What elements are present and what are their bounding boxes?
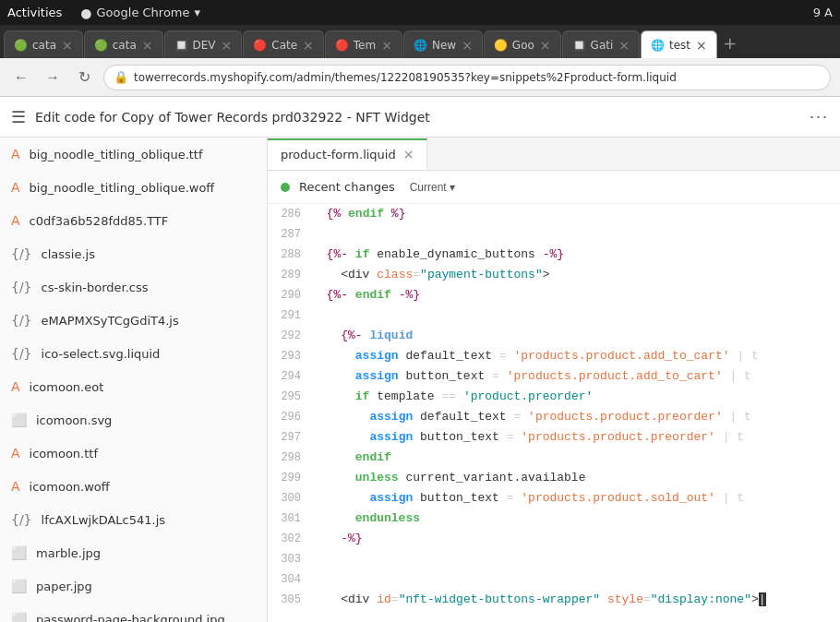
sidebar-item-14[interactable]: ⬜ password-page-background.jpg — [0, 603, 267, 622]
editor-area: product-form.liquid × Recent changes Cur… — [268, 138, 840, 622]
more-options-button[interactable]: ··· — [810, 107, 829, 126]
chevron-down-icon: ▾ — [450, 181, 455, 194]
tab-close-icon[interactable]: × — [696, 39, 707, 52]
font-file-icon: A — [11, 446, 20, 461]
sidebar-item-2[interactable]: A c0df3a6b528fdd85.TTF — [0, 204, 267, 237]
code-line-298: 298 endif — [268, 448, 840, 468]
font-file-icon: A — [11, 479, 20, 494]
line-content: unless current_variant.available — [312, 468, 840, 488]
main-layout: A big_noodle_titling_oblique.ttf A big_n… — [0, 138, 840, 622]
browser-tab-test[interactable]: 🌐 test × — [641, 30, 717, 58]
file-label: icomoon.ttf — [30, 447, 98, 461]
sidebar-item-9[interactable]: A icomoon.ttf — [0, 437, 267, 470]
browser-tab-cata1[interactable]: 🟢 cata × — [4, 30, 83, 58]
tab-close-icon[interactable]: × — [381, 39, 392, 52]
browser-tab-cate[interactable]: 🔴 Cate × — [243, 30, 324, 58]
tab-label: cata — [113, 39, 137, 52]
file-label: classie.js — [42, 247, 95, 261]
editor-tab-product-form[interactable]: product-form.liquid × — [268, 138, 427, 170]
editor-tab-strip: product-form.liquid × — [268, 138, 840, 171]
code-file-icon: {/} — [11, 313, 32, 328]
tab-favicon: 🌐 — [651, 39, 664, 52]
sidebar-item-12[interactable]: ⬜ marble.jpg — [0, 536, 267, 569]
code-file-icon: {/} — [11, 512, 32, 527]
code-line-300: 300 assign button_text = 'products.produ… — [268, 488, 840, 508]
line-number: 303 — [268, 549, 312, 569]
tab-favicon: 🔴 — [335, 39, 348, 52]
sidebar-item-13[interactable]: ⬜ paper.jpg — [0, 569, 267, 603]
code-editor[interactable]: 286 {% endif %} 287 288 {%- if enable_dy… — [268, 204, 840, 622]
file-label: password-page-background.jpg — [36, 613, 225, 623]
line-content — [312, 549, 840, 569]
sidebar-item-10[interactable]: A icomoon.woff — [0, 470, 267, 503]
line-content: assign button_text = 'products.product.p… — [312, 427, 840, 448]
tab-label: New — [432, 39, 456, 52]
recent-changes-label: Recent changes — [299, 180, 395, 194]
tab-close-icon[interactable]: × — [540, 39, 551, 52]
editor-tab-close-icon[interactable]: × — [403, 147, 414, 161]
code-line-294: 294 assign button_text = 'products.produ… — [268, 366, 840, 387]
line-content: endunless — [312, 508, 840, 529]
line-content: -%} — [312, 529, 840, 549]
sidebar-item-4[interactable]: {/} cs-skin-border.css — [0, 270, 267, 304]
sidebar-item-11[interactable]: {/} lfcAXLwjkDALc541.js — [0, 503, 267, 536]
browser-tab-dev[interactable]: 🔲 DEV × — [164, 30, 243, 58]
sidebar-item-3[interactable]: {/} classie.js — [0, 237, 267, 270]
code-line-301: 301 endunless — [268, 508, 840, 529]
browser-tab-gati[interactable]: 🔲 Gati × — [562, 30, 640, 58]
code-line-296: 296 assign default_text = 'products.prod… — [268, 407, 840, 427]
code-line-302: 302 -%} — [268, 529, 840, 549]
tab-close-icon[interactable]: × — [62, 39, 73, 52]
tab-close-icon[interactable]: × — [222, 39, 233, 52]
browser-tab-goo[interactable]: 🟡 Goo × — [484, 30, 561, 58]
tab-label: Goo — [512, 39, 534, 52]
url-bar[interactable]: 🔒 towerrecords.myshopify.com/admin/theme… — [103, 65, 831, 90]
current-dropdown-button[interactable]: Current ▾ — [404, 179, 461, 196]
line-content: {% endif %} — [312, 204, 840, 224]
chrome-chevron: ▾ — [195, 6, 201, 19]
top-bar: Activities ● Google Chrome ▾ 9 A — [0, 0, 840, 25]
file-label: icomoon.svg — [36, 413, 112, 427]
sidebar-item-1[interactable]: A big_noodle_titling_oblique.woff — [0, 171, 267, 204]
file-label: ico-select.svg.liquid — [42, 347, 161, 361]
sidebar-item-0[interactable]: A big_noodle_titling_oblique.ttf — [0, 138, 267, 171]
line-number: 300 — [268, 488, 312, 508]
tab-favicon: 🔴 — [253, 39, 266, 52]
code-line-299: 299 unless current_variant.available — [268, 468, 840, 488]
editor-tab-label: product-form.liquid — [281, 148, 396, 161]
forward-button[interactable]: → — [41, 66, 65, 90]
file-label: marble.jpg — [36, 546, 101, 560]
sidebar-item-8[interactable]: ⬜ icomoon.svg — [0, 403, 267, 437]
tab-favicon: 🌐 — [414, 39, 426, 52]
code-line-293: 293 assign default_text = 'products.prod… — [268, 346, 840, 366]
tab-close-icon[interactable]: × — [303, 39, 314, 52]
line-content: assign default_text = 'products.product.… — [312, 407, 840, 427]
back-button[interactable]: ← — [9, 66, 33, 90]
activities-label[interactable]: Activities — [7, 6, 62, 19]
line-number: 294 — [268, 366, 312, 387]
sidebar-item-7[interactable]: A icomoon.eot — [0, 370, 267, 403]
tab-close-icon[interactable]: × — [618, 39, 630, 52]
file-label: lfcAXLwjkDALc541.js — [42, 513, 166, 527]
browser-tab-tem[interactable]: 🔴 Tem × — [325, 30, 402, 58]
tab-close-icon[interactable]: × — [142, 39, 153, 52]
line-content: assign default_text = 'products.product.… — [312, 346, 840, 366]
sidebar-toggle-button[interactable]: ☰ — [11, 107, 26, 127]
code-line-304: 304 — [268, 569, 840, 590]
browser-tab-new[interactable]: 🌐 New × — [403, 30, 483, 58]
line-number: 293 — [268, 346, 312, 366]
sidebar-item-6[interactable]: {/} ico-select.svg.liquid — [0, 337, 267, 370]
tab-close-icon[interactable]: × — [462, 39, 473, 52]
sidebar-item-5[interactable]: {/} eMAPMXSyTCgGdiT4.js — [0, 304, 267, 337]
chrome-area: ● Google Chrome ▾ — [80, 6, 200, 20]
line-content: {%- liquid — [312, 326, 840, 346]
line-number: 295 — [268, 387, 312, 407]
image-file-icon: ⬜ — [11, 612, 27, 622]
chrome-icon: ● — [80, 6, 91, 20]
image-file-icon: ⬜ — [11, 579, 27, 593]
reload-button[interactable]: ↻ — [72, 66, 96, 90]
tab-favicon: 🔲 — [572, 39, 585, 52]
app-title-bar: ☰ Edit code for Copy of Tower Records pr… — [0, 97, 840, 138]
browser-tab-cata2[interactable]: 🟢 cata × — [84, 30, 163, 58]
new-tab-button[interactable]: + — [718, 30, 742, 54]
